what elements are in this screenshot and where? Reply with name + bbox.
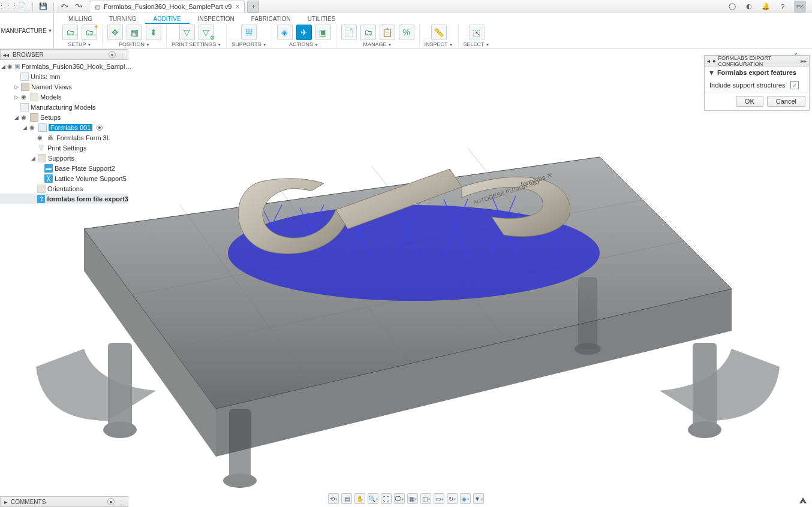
close-tab-icon[interactable]: × [235, 2, 239, 11]
print-settings-label: PRINT SETTINGS [172, 41, 216, 47]
browser-collapse-icon[interactable]: ◂◂ [3, 52, 9, 58]
tree-setups[interactable]: ◢◉Setups [0, 112, 128, 122]
cancel-button[interactable]: Cancel [767, 96, 805, 107]
fit-icon[interactable]: ⛶ [381, 493, 392, 504]
nav-toolbar: ⟲▾ ▤ ✋ 🔍▾ ⛶ 🖵▾ ▦▾ ◫▾ ▭▾ ↻▾ ◆▾ ▼▾ [324, 492, 488, 505]
export-icon[interactable]: ✈ [296, 25, 312, 40]
browser-grip-icon[interactable]: ⋮ [119, 52, 125, 58]
new-setup-icon[interactable]: 🗂✦ [82, 25, 97, 40]
include-supports-label: Include support structures [709, 82, 786, 89]
section-caret-icon[interactable]: ▼ [708, 69, 715, 76]
svg-rect-1 [108, 343, 132, 433]
comments-title: COMMENTS [11, 499, 46, 505]
select-label: SELECT [464, 41, 485, 47]
generate-icon[interactable]: ◈ [277, 25, 293, 40]
nc-program-icon[interactable]: 📄 [341, 25, 357, 40]
workspace-picker[interactable]: MANUFACTURE ▼ [0, 13, 54, 49]
tab-utilities[interactable]: UTILITIES [299, 14, 344, 24]
move-icon[interactable]: ✥ [107, 25, 123, 40]
tree-units[interactable]: Units: mm [0, 71, 128, 82]
display-settings-icon[interactable]: 🖵▾ [394, 493, 405, 504]
svg-rect-3 [693, 343, 717, 433]
orbit-icon[interactable]: ⟲▾ [328, 493, 339, 504]
look-at-icon[interactable]: ▤ [341, 493, 352, 504]
supports-icon[interactable]: 𝍏 [241, 25, 257, 40]
task-manager-icon[interactable]: 📋 [380, 25, 395, 40]
tab-milling[interactable]: MILLING [60, 14, 101, 24]
manage-label: MANAGE [363, 41, 387, 47]
tree-export-item[interactable]: ⇪formlabs form file export3 [0, 194, 128, 204]
ok-button[interactable]: OK [736, 96, 763, 107]
new-file-icon[interactable]: 📄 [17, 1, 28, 12]
select-icon[interactable]: ⬚↖ [469, 25, 485, 40]
position-label: POSITION [119, 41, 145, 47]
grid-icon[interactable]: ▦▾ [407, 493, 418, 504]
comments-expand-icon[interactable]: ▸ [4, 499, 7, 505]
setup-label: SETUP [68, 41, 86, 47]
panel-back-icon[interactable]: ◂ [707, 58, 710, 64]
tree-supports-folder[interactable]: ◢Supports [0, 153, 128, 163]
panel-pin-icon[interactable]: ▸▸ [801, 58, 807, 64]
panel-title: FORMLABS EXPORT CONFIGURATION [718, 55, 798, 67]
tree-lattice[interactable]: ╳Lattice Volume Support5 [0, 173, 128, 183]
tab-additive[interactable]: ADDITIVE [145, 14, 190, 24]
orient-icon[interactable]: ⬍ [146, 25, 161, 40]
comments-grip-icon[interactable]: ⋮ [118, 499, 124, 505]
tree-root[interactable]: ◢◉▣ Formlabs_Fusion360_Hook_Sampl… [0, 61, 128, 71]
add-tab-button[interactable]: + [247, 1, 259, 13]
file-tab[interactable]: ▧ Formlabs_Fusion360_Hook_SamplePart v9 … [89, 1, 245, 13]
tree-base-plate[interactable]: ▬Base Plate Support2 [0, 163, 128, 173]
tool-library-icon[interactable]: 🗂 [360, 25, 376, 40]
autodesk-logo-icon [799, 496, 807, 505]
snap-icon[interactable]: ▭▾ [434, 493, 444, 504]
include-supports-checkbox[interactable]: ✓ [790, 81, 799, 89]
pan-icon[interactable]: ✋ [354, 493, 365, 504]
tab-fabrication[interactable]: FABRICATION [243, 14, 299, 24]
redo-icon[interactable]: ↷▾ [73, 1, 84, 12]
arrange-icon[interactable]: ▦ [127, 25, 142, 40]
supports-label: SUPPORTS [231, 41, 261, 47]
inspect-label: INSPECT [425, 41, 448, 47]
tab-inspection[interactable]: INSPECTION [190, 14, 243, 24]
tree-named-views[interactable]: ▷Named Views [0, 82, 128, 92]
setup-icon[interactable]: 🗂 [62, 25, 78, 40]
active-setup-radio[interactable] [97, 125, 103, 131]
user-avatar[interactable]: PS [794, 1, 806, 13]
export-config-panel: ◂ ● FORMLABS EXPORT CONFIGURATION ▸▸ ▼ F… [704, 55, 810, 111]
tree-machine[interactable]: ◉🖶Formlabs Form 3L [0, 132, 128, 143]
workspace-label: MANUFACTURE [1, 28, 46, 34]
viewport-icon[interactable]: ◫▾ [420, 493, 431, 504]
tree-models[interactable]: ▷◉Models [0, 92, 128, 102]
save-icon[interactable]: 💾 [38, 1, 49, 12]
chevron-down-icon: ▼ [48, 28, 53, 34]
actions-label: ACTIONS [289, 41, 313, 47]
tree-print-settings[interactable]: ▽Print Settings [0, 143, 128, 153]
tree-setup-formlabs[interactable]: ◢◉ Formlabs 001 [0, 122, 128, 132]
tree-orientations[interactable]: Orientations [0, 183, 128, 194]
percent-icon[interactable]: % [399, 25, 414, 40]
effects-icon[interactable]: ◆▾ [460, 493, 471, 504]
extensions-icon[interactable]: ◯ [727, 1, 738, 12]
help-icon[interactable]: ? [777, 1, 788, 12]
print-settings-edit-icon[interactable]: ▽⚙ [199, 25, 214, 40]
app-grid-icon[interactable]: ⋮⋮⋮ [2, 1, 13, 12]
browser-title: BROWSER [13, 52, 44, 58]
zoom-icon[interactable]: 🔍▾ [368, 493, 378, 504]
section-title: Formlabs export features [717, 69, 796, 76]
file-icon: ▧ [94, 3, 100, 11]
comments-options-icon[interactable]: ● [107, 498, 115, 505]
job-status-icon[interactable]: ◐ [744, 1, 754, 12]
tree-mfg-models[interactable]: Manufacturing Models [0, 102, 128, 112]
simulate-icon[interactable]: ▣ [315, 25, 331, 40]
browser-options-icon[interactable]: ● [109, 51, 116, 58]
tab-turning[interactable]: TURNING [101, 14, 145, 24]
file-title: Formlabs_Fusion360_Hook_SamplePart v9 [104, 3, 231, 10]
filter-icon[interactable]: ▼▾ [473, 493, 484, 504]
undo-icon[interactable]: ↶▾ [59, 1, 70, 12]
notifications-icon[interactable]: 🔔 [760, 1, 771, 12]
measure-icon[interactable]: 📏 [431, 25, 447, 40]
refresh-icon[interactable]: ↻▾ [447, 493, 458, 504]
print-settings-icon[interactable]: ▽ [179, 25, 195, 40]
